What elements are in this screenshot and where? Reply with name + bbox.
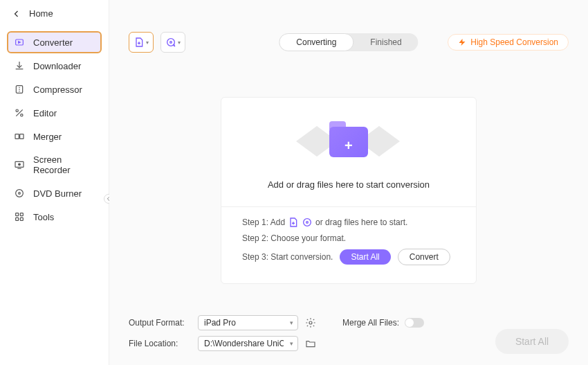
chevron-down-icon: ▾ (290, 340, 293, 347)
svg-rect-19 (15, 134, 19, 139)
add-dvd-button[interactable]: ▾ (160, 32, 185, 53)
dvd-burner-icon (14, 188, 25, 199)
sidebar-item-tools[interactable]: Tools (7, 206, 102, 228)
sidebar-item-screen-recorder[interactable]: Screen Recorder (7, 149, 102, 181)
file-location-label: File Location: (129, 339, 191, 348)
lightning-icon (458, 38, 466, 46)
converter-icon (14, 37, 25, 48)
merge-label: Merge All Files: (342, 318, 399, 328)
merge-toggle[interactable] (405, 318, 424, 328)
sidebar-item-converter[interactable]: Converter (7, 31, 102, 53)
tab-converting[interactable]: Converting (279, 33, 353, 51)
tools-icon (14, 211, 25, 222)
sidebar-item-label: Editor (33, 108, 57, 118)
svg-rect-29 (16, 217, 19, 220)
home-row[interactable]: Home (0, 0, 109, 28)
chevron-down-icon: ▾ (290, 319, 293, 326)
add-file-icon (288, 217, 299, 228)
sidebar-item-editor[interactable]: Editor (7, 102, 102, 124)
svg-point-26 (19, 193, 21, 195)
sidebar-item-label: Screen Recorder (33, 154, 95, 175)
start-all-pill-button[interactable]: Start All (340, 249, 390, 265)
convert-pill-button[interactable]: Convert (398, 249, 450, 265)
settings-icon[interactable] (305, 317, 316, 328)
step-2: Step 2: Choose your format. (242, 233, 455, 243)
folder-illustration: + (317, 118, 380, 167)
output-format-label: Output Format: (129, 318, 191, 328)
main-panel: ▾ ▾ Converting Finished High Speed Conve… (109, 0, 588, 365)
compressor-icon (14, 84, 25, 95)
svg-point-43 (306, 222, 309, 224)
svg-line-18 (16, 109, 22, 116)
svg-marker-11 (19, 42, 21, 44)
svg-point-25 (16, 190, 24, 197)
svg-point-34 (170, 42, 172, 44)
svg-rect-20 (20, 134, 24, 139)
start-all-button[interactable]: Start All (495, 329, 569, 354)
svg-rect-27 (16, 213, 19, 216)
editor-icon (14, 107, 25, 118)
sidebar-item-label: Compressor (33, 84, 82, 95)
home-label: Home (29, 8, 53, 19)
svg-point-42 (304, 219, 311, 226)
sidebar-item-label: Converter (33, 37, 73, 48)
downloader-icon (14, 60, 25, 71)
screen-recorder-icon (14, 159, 25, 170)
sidebar-item-label: DVD Burner (33, 188, 82, 199)
bottom-bar: Output Format: iPad Pro ▾ Merge All File… (129, 315, 569, 357)
tab-finished[interactable]: Finished (353, 33, 418, 51)
merger-icon (14, 131, 25, 142)
add-dvd-icon (165, 37, 176, 48)
back-icon (12, 10, 21, 18)
sidebar-item-dvd-burner[interactable]: DVD Burner (7, 182, 102, 204)
folder-open-icon[interactable] (305, 338, 316, 349)
add-dvd-icon (302, 217, 313, 228)
step-1: Step 1: Add or drag files here to start. (242, 217, 455, 228)
svg-marker-37 (459, 39, 466, 46)
svg-rect-28 (20, 213, 23, 216)
hsc-label: High Speed Conversion (470, 37, 558, 47)
svg-rect-30 (20, 217, 23, 220)
step-3: Step 3: Start conversion. Start All Conv… (242, 249, 455, 265)
svg-point-17 (21, 114, 23, 116)
add-file-button[interactable]: ▾ (129, 32, 154, 53)
dropzone[interactable]: + Add or drag files here to start conver… (221, 97, 477, 284)
sidebar: Home Converter Downloader Compressor Edi… (0, 0, 109, 365)
sidebar-item-label: Merger (33, 132, 62, 142)
chevron-down-icon: ▾ (178, 39, 181, 46)
sidebar-item-downloader[interactable]: Downloader (7, 55, 102, 77)
sidebar-item-compressor[interactable]: Compressor (7, 78, 102, 100)
sidebar-item-label: Tools (33, 212, 54, 222)
svg-point-16 (16, 109, 18, 112)
output-format-select[interactable]: iPad Pro ▾ (198, 315, 298, 330)
svg-point-23 (19, 163, 21, 166)
sidebar-item-merger[interactable]: Merger (7, 125, 102, 148)
chevron-down-icon: ▾ (146, 39, 149, 46)
tabs: Converting Finished (279, 33, 418, 51)
sidebar-item-label: Downloader (33, 61, 81, 71)
file-location-select[interactable]: D:\Wondershare UniConverter 1 ▾ (198, 336, 298, 351)
dropzone-text: Add or drag files here to start conversi… (235, 179, 462, 190)
high-speed-conversion-pill[interactable]: High Speed Conversion (448, 34, 569, 51)
add-file-icon (134, 37, 145, 48)
svg-point-44 (309, 321, 312, 324)
